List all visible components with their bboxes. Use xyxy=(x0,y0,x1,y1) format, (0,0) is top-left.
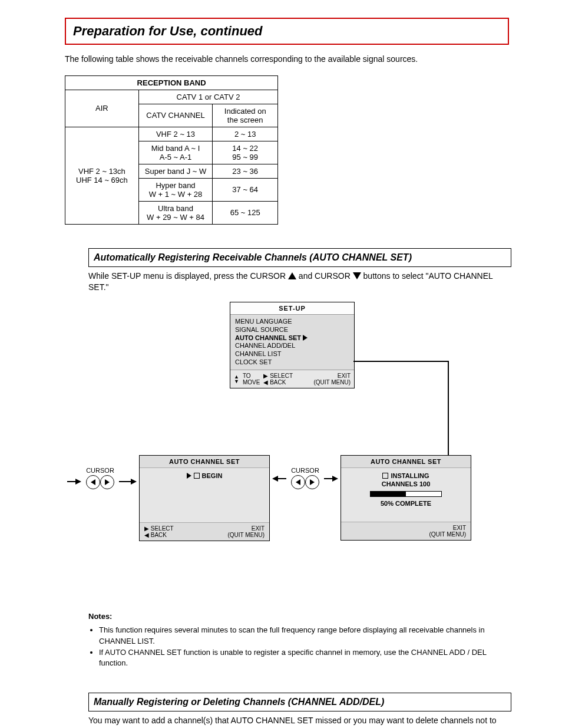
col-air: AIR xyxy=(65,90,139,127)
right-icon xyxy=(303,335,308,341)
foot-move: TO MOVE xyxy=(243,373,260,386)
channel-add-del-text: You may want to add a channel(s) that AU… xyxy=(88,715,501,728)
stop-icon xyxy=(382,473,388,479)
reception-band-table: RECEPTION BAND AIR CATV 1 or CATV 2 CATV… xyxy=(65,75,278,225)
intro-text: The following table shows the receivable… xyxy=(65,54,509,65)
note-1: This function requires several minutes t… xyxy=(99,625,501,647)
osd-begin: AUTO CHANNEL SET BEGIN ▶ SELECT ◀ BACK xyxy=(139,455,270,541)
table-header: RECEPTION BAND xyxy=(65,75,278,90)
catv-1: Mid band A ~ I A-5 ~ A-1 xyxy=(138,141,212,164)
catv-2: Super band J ~ W xyxy=(138,164,212,178)
col-catv-group: CATV 1 or CATV 2 xyxy=(138,90,277,104)
cursor-label: CURSOR xyxy=(291,467,319,474)
menu-item-selected: AUTO CHANNEL SET xyxy=(235,334,349,342)
installing-label: INSTALLING xyxy=(391,472,429,480)
page-title: Preparation for Use, continued xyxy=(65,18,509,45)
col-catv-channel: CATV CHANNEL xyxy=(138,104,212,127)
cursor-left-block: CURSOR xyxy=(86,467,114,489)
note-2: If AUTO CHANNEL SET function is unable t… xyxy=(99,647,501,670)
auto-channel-heading: Automatically Registering Receivable Cha… xyxy=(88,248,511,267)
up-icon xyxy=(288,272,296,279)
progress-bar xyxy=(370,491,442,497)
osd-installing: AUTO CHANNEL SET INSTALLING CHANNELS 100… xyxy=(340,455,471,541)
ind-3: 37 ~ 64 xyxy=(213,178,278,201)
play-icon xyxy=(187,473,191,479)
stop-icon xyxy=(194,473,200,479)
channels-label: CHANNELS 100 xyxy=(347,480,465,488)
notes-heading: Notes: xyxy=(88,612,112,621)
flow-diagram: SET-UP MENU LANGUAGE SIGNAL SOURCE AUTO … xyxy=(65,302,518,597)
notes-block: Notes: This function requires several mi… xyxy=(88,611,501,669)
col-indicated: Indicated on the screen xyxy=(213,104,278,127)
cursor-right-block: CURSOR xyxy=(291,467,319,489)
menu-item: CHANNEL ADD/DEL xyxy=(235,342,349,350)
auto-channel-text: While SET-UP menu is displayed, press th… xyxy=(88,271,501,294)
ind-2: 23 ~ 36 xyxy=(213,164,278,178)
complete-label: 50% COMPLETE xyxy=(347,499,465,508)
catv-3: Hyper band W + 1 ~ W + 28 xyxy=(138,178,212,201)
ind-0: 2 ~ 13 xyxy=(213,127,278,141)
channel-add-del-heading: Manually Registering or Deleting Channel… xyxy=(88,693,511,711)
air-values: VHF 2 ~ 13chUHF 14 ~ 69ch xyxy=(65,127,139,224)
cursor-right-button[interactable] xyxy=(305,475,319,489)
ind-4: 65 ~ 125 xyxy=(213,201,278,224)
osd-begin-title: AUTO CHANNEL SET xyxy=(140,456,269,468)
osd-setup-title: SET-UP xyxy=(230,302,354,315)
cursor-right-button[interactable] xyxy=(100,475,114,489)
ind-1: 14 ~ 22 95 ~ 99 xyxy=(213,141,278,164)
osd-setup: SET-UP MENU LANGUAGE SIGNAL SOURCE AUTO … xyxy=(230,302,355,388)
cursor-label: CURSOR xyxy=(86,467,114,474)
begin-row: BEGIN xyxy=(146,472,263,480)
catv-4: Ultra band W + 29 ~ W + 84 xyxy=(138,201,212,224)
catv-0: VHF 2 ~ 13 xyxy=(138,127,212,141)
menu-item: MENU LANGUAGE xyxy=(235,318,349,326)
osd-installing-title: AUTO CHANNEL SET xyxy=(341,456,471,468)
cursor-left-button[interactable] xyxy=(291,475,305,489)
cursor-left-button[interactable] xyxy=(86,475,100,489)
menu-item: SIGNAL SOURCE xyxy=(235,326,349,334)
menu-item: CLOCK SET xyxy=(235,358,349,367)
down-icon xyxy=(353,272,361,279)
menu-item: CHANNEL LIST xyxy=(235,350,349,358)
